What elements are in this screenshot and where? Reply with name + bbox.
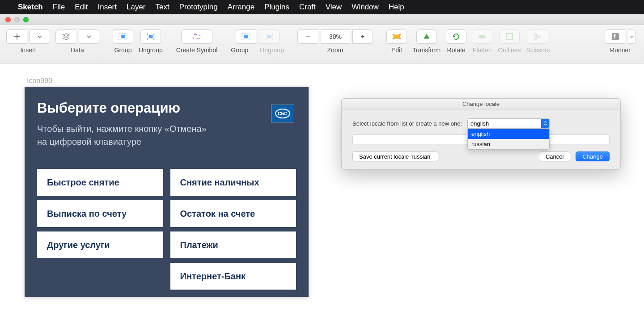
toolbar-runner-group: Runner — [605, 29, 636, 54]
outlines-button[interactable] — [499, 29, 520, 44]
change-button[interactable]: Change — [576, 151, 610, 161]
change-locale-dialog: Change locale Select locale from list or… — [341, 98, 621, 170]
toolbar-label: Ungroup — [260, 46, 284, 54]
toolbar-rotate-group: Rotate — [446, 29, 466, 54]
save-locale-button[interactable]: Save current locale 'russian' — [352, 151, 438, 161]
svg-point-19 — [479, 35, 486, 38]
canvas[interactable]: Icon990 СБС Выберите операцию Чтобы выйт… — [0, 63, 644, 324]
locale-option[interactable]: english — [468, 129, 549, 139]
atm-option-empty — [37, 263, 163, 290]
atm-option[interactable]: Быстрое снятие — [37, 169, 163, 196]
transform-button[interactable] — [416, 29, 437, 44]
svg-rect-9 — [267, 35, 271, 38]
menu-prototyping[interactable]: Prototyping — [179, 3, 218, 12]
toolbar: Insert Data Group Ungroup Create Symbol — [0, 25, 644, 63]
zoom-in-button[interactable]: + — [352, 29, 373, 44]
menu-text[interactable]: Text — [156, 3, 169, 12]
menu-plugins[interactable]: Plugins — [264, 3, 289, 12]
rotate-button[interactable] — [446, 29, 466, 44]
toolbar-label: Group — [231, 46, 248, 54]
toolbar-label: Create Symbol — [176, 46, 218, 54]
insert-button[interactable] — [6, 29, 27, 44]
scissors-button[interactable] — [528, 29, 548, 44]
toolbar-label: Outlines — [498, 46, 521, 54]
minimize-window-icon[interactable] — [14, 17, 20, 22]
chevron-down-icon — [85, 32, 93, 41]
svg-text:СБС: СБС — [278, 111, 288, 116]
toolbar-label: Group — [114, 46, 132, 54]
svg-point-17 — [393, 38, 394, 40]
data-button[interactable] — [55, 29, 76, 44]
chevron-down-icon — [630, 36, 634, 38]
artboard-title: Выберите операцию — [37, 100, 296, 116]
insert-dropdown[interactable] — [30, 29, 50, 44]
svg-point-18 — [399, 38, 401, 40]
minus-icon: − — [305, 32, 310, 42]
group-icon — [242, 32, 250, 41]
toolbar-edit-group: Edit — [386, 29, 407, 54]
symbol-icon — [192, 32, 201, 41]
atm-option[interactable]: Интернет-Банк — [170, 263, 297, 290]
group2-button[interactable] — [236, 29, 256, 44]
toolbar-transform-group: Transform — [412, 29, 441, 54]
menu-arrange[interactable]: Arrange — [228, 3, 254, 12]
zoom-value[interactable]: 30% — [321, 29, 350, 44]
svg-point-13 — [272, 38, 273, 40]
app-name[interactable]: Sketch — [18, 3, 43, 12]
transform-icon — [422, 32, 431, 41]
toolbar-label: Edit — [391, 46, 402, 54]
svg-point-10 — [265, 34, 267, 35]
zoom-out-button[interactable]: − — [297, 29, 318, 44]
locale-combobox[interactable]: english — [467, 118, 550, 128]
cancel-button[interactable]: Cancel — [539, 151, 570, 161]
menu-edit[interactable]: Edit — [75, 3, 88, 12]
atm-option[interactable]: Платежи — [170, 231, 297, 258]
edit-button[interactable] — [386, 29, 407, 44]
group-button[interactable] — [113, 29, 133, 44]
toolbar-label: Ungroup — [139, 46, 163, 54]
chevron-down-icon — [35, 32, 44, 41]
atm-option[interactable]: Выписка по счету — [37, 200, 163, 227]
data-dropdown[interactable] — [79, 29, 99, 44]
atm-option[interactable]: Другие услуги — [37, 231, 163, 258]
dialog-title: Change locale — [342, 99, 620, 109]
locale-option[interactable]: russian — [468, 139, 549, 149]
maximize-window-icon[interactable] — [23, 17, 29, 22]
toolbar-flatten-group: Flatten — [472, 29, 492, 54]
menu-insert[interactable]: Insert — [97, 3, 117, 12]
atm-option[interactable]: Остаток на счете — [170, 200, 297, 227]
menu-view[interactable]: View — [326, 3, 342, 12]
toolbar-label: Scissors — [526, 46, 550, 54]
close-window-icon[interactable] — [5, 17, 11, 22]
menu-file[interactable]: File — [53, 3, 65, 12]
menu-layer[interactable]: Layer — [127, 3, 146, 12]
artboard[interactable]: СБС Выберите операцию Чтобы выйти, нажми… — [25, 87, 309, 297]
svg-point-11 — [272, 34, 273, 35]
edit-icon — [392, 32, 401, 41]
menu-help[interactable]: Help — [389, 3, 404, 12]
toolbar-create-symbol-group: Create Symbol — [176, 29, 218, 54]
create-symbol-button[interactable] — [181, 29, 212, 44]
toolbar-label: Flatten — [473, 46, 492, 54]
ungroup-button[interactable] — [140, 29, 161, 44]
dialog-label: Select locale from list or create a new … — [352, 120, 462, 127]
locale-option-list: english russian — [467, 128, 550, 150]
svg-rect-8 — [244, 35, 248, 38]
toolbar-outlines-group: Outlines — [498, 29, 521, 54]
flatten-button[interactable] — [472, 29, 492, 44]
artboard-name[interactable]: Icon990 — [27, 77, 52, 85]
ungroup2-button[interactable] — [259, 29, 280, 44]
runner-button[interactable] — [605, 29, 625, 44]
atm-option[interactable]: Снятие наличных — [170, 169, 297, 196]
plus-icon — [13, 32, 21, 41]
toolbar-scissors-group: Scissors — [526, 29, 550, 54]
rotate-icon — [452, 32, 461, 41]
menu-window[interactable]: Window — [352, 3, 378, 12]
combobox-drop-icon[interactable] — [541, 119, 549, 128]
toolbar-data-group: Data — [55, 29, 99, 54]
toolbar-group-group: Group — [113, 29, 133, 54]
runner-dropdown[interactable] — [628, 29, 636, 44]
menu-craft[interactable]: Craft — [299, 3, 316, 12]
scissors-icon — [534, 32, 542, 41]
svg-rect-14 — [394, 34, 400, 38]
